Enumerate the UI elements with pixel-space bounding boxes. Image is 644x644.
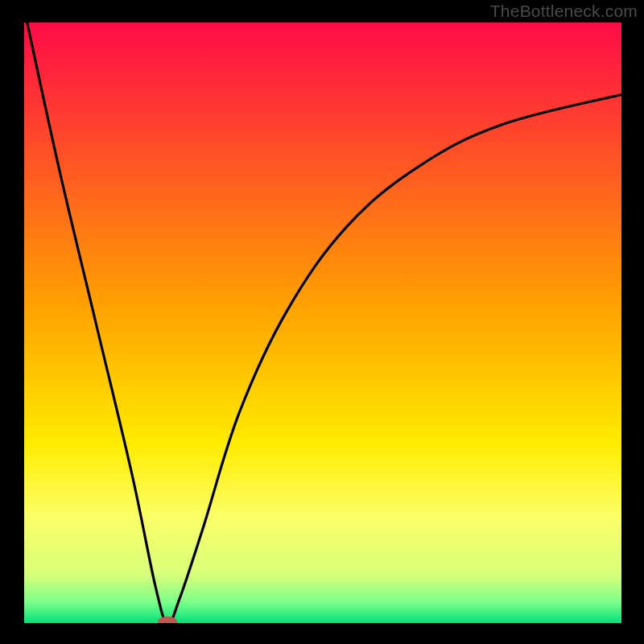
frame-bottom xyxy=(0,623,644,644)
frame-right xyxy=(621,0,644,644)
chart-svg xyxy=(0,0,644,644)
frame-left xyxy=(0,0,24,644)
watermark-text: TheBottleneck.com xyxy=(490,2,638,21)
chart-stage: { "watermark": "TheBottleneck.com", "cha… xyxy=(0,0,644,644)
plot-background xyxy=(24,23,621,623)
